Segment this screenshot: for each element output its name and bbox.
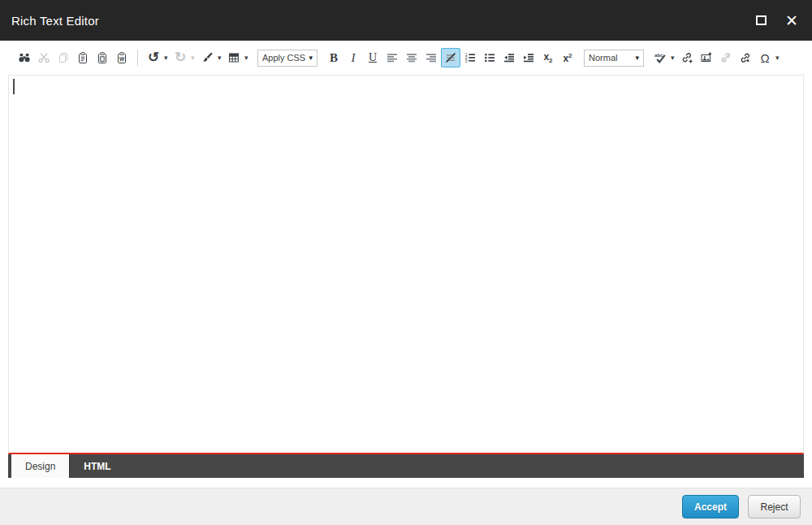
redo-dropdown-caret: ▾ — [191, 54, 197, 62]
find-and-replace-group — [15, 48, 34, 67]
align-right-group — [421, 48, 441, 67]
redo-button: ↻ — [171, 48, 190, 67]
tab-strip: Design HTML — [8, 454, 804, 478]
dialog-titlebar: Rich Text Editor ✕ — [0, 0, 812, 41]
format-painter-dropdown-caret[interactable]: ▾ — [218, 54, 224, 62]
paste-icon — [76, 51, 89, 64]
paragraph-style-value: Normal — [589, 53, 635, 63]
align-center-button[interactable] — [402, 48, 421, 67]
rich-text-editor-dialog: Rich Text Editor ✕ W↺▾↻▾▾▾Apply CSS ...▾… — [0, 0, 812, 525]
spell-check-button[interactable]: abc — [650, 48, 670, 67]
paste-from-word-button[interactable]: W — [112, 48, 132, 67]
paste-button[interactable] — [73, 48, 93, 67]
tab-html-label: HTML — [84, 461, 110, 472]
paste-group — [73, 48, 93, 67]
redo-group: ↻▾ — [171, 48, 197, 67]
outdent-group — [499, 48, 519, 67]
undo-button[interactable]: ↺ — [144, 48, 163, 67]
remove-alignment-button[interactable] — [441, 48, 460, 67]
format-painter-button[interactable] — [197, 48, 217, 67]
numbered-list-button[interactable]: 123 — [460, 48, 480, 67]
svg-text:3: 3 — [465, 59, 468, 63]
insert-table-button[interactable] — [224, 48, 244, 67]
subscript-button[interactable]: x2 — [538, 48, 558, 67]
insert-link-button[interactable] — [677, 48, 697, 67]
binoculars-icon — [18, 51, 31, 64]
paste-plain-text-button[interactable] — [93, 48, 112, 67]
spellcheck-icon: abc — [654, 51, 667, 64]
toolbar-separator — [137, 50, 138, 66]
italic-button[interactable]: I — [343, 48, 363, 67]
copy-icon — [57, 51, 70, 64]
remove-alignment-icon — [444, 51, 457, 64]
undo-group: ↺▾ — [144, 48, 171, 67]
text-caret — [13, 79, 15, 94]
paste-plain-text-group — [93, 48, 112, 67]
tab-design[interactable]: Design — [11, 454, 70, 478]
insert-symbol-dropdown-caret[interactable]: ▾ — [775, 54, 782, 62]
insert-link-group — [677, 48, 697, 67]
indent-group — [519, 48, 538, 67]
insert-image-group — [697, 48, 716, 67]
underline-button[interactable]: U — [363, 48, 382, 67]
accept-button[interactable]: Accept — [682, 495, 739, 518]
align-left-group — [382, 48, 402, 67]
insert-table-group: ▾ — [224, 48, 251, 67]
chevron-down-icon: ▾ — [309, 54, 313, 62]
dialog-footer: Accept Reject — [0, 488, 812, 525]
insert-image-button[interactable] — [697, 48, 716, 67]
paste-from-word-group: W — [112, 48, 132, 67]
apply-css-select[interactable]: Apply CSS ...▾ — [257, 50, 317, 67]
find-and-replace-button[interactable] — [15, 48, 34, 67]
document-manager-button[interactable] — [736, 48, 755, 67]
align-right-icon — [425, 51, 438, 64]
close-button[interactable]: ✕ — [783, 11, 801, 29]
unlink-button — [716, 48, 736, 67]
superscript-button[interactable]: x2 — [558, 48, 577, 67]
paragraph-style-select[interactable]: Normal▾ — [584, 50, 644, 67]
cut-group — [34, 48, 54, 67]
remove-alignment-group — [441, 48, 460, 67]
scissors-icon — [37, 51, 50, 64]
close-icon: ✕ — [785, 13, 798, 28]
indent-button[interactable] — [519, 48, 538, 67]
outdent-button[interactable] — [499, 48, 519, 67]
insert-symbol-button[interactable]: Ω — [755, 48, 775, 67]
bullet-list-group — [480, 48, 499, 67]
subscript-icon: x2 — [543, 51, 552, 64]
italic-icon: I — [352, 51, 356, 65]
align-left-button[interactable] — [382, 48, 402, 67]
align-right-button[interactable] — [421, 48, 441, 67]
link-plus-icon — [680, 51, 693, 64]
spell-check-dropdown-caret[interactable]: ▾ — [671, 54, 677, 62]
copy-button — [54, 48, 73, 67]
outdent-icon — [503, 51, 516, 64]
cut-button — [34, 48, 54, 67]
align-center-icon — [405, 51, 418, 64]
insert-table-dropdown-caret[interactable]: ▾ — [244, 54, 251, 62]
subscript-group: x2 — [538, 48, 558, 67]
insert-symbol-icon: Ω — [760, 51, 769, 65]
superscript-group: x2 — [558, 48, 577, 67]
maximize-button[interactable] — [752, 11, 770, 29]
dialog-title: Rich Text Editor — [11, 14, 99, 28]
brush-icon — [201, 51, 214, 64]
unlink-group — [716, 48, 736, 67]
tab-design-label: Design — [25, 461, 55, 472]
svg-text:abc: abc — [654, 52, 663, 58]
insert-symbol-group: Ω▾ — [755, 48, 782, 67]
svg-text:W: W — [119, 56, 125, 62]
editor-content[interactable] — [8, 75, 804, 454]
bullet-list-button[interactable] — [480, 48, 499, 67]
undo-icon: ↺ — [148, 51, 159, 64]
format-painter-group: ▾ — [197, 48, 224, 67]
copy-group — [54, 48, 73, 67]
bold-button[interactable]: B — [324, 48, 343, 67]
bullet-list-icon — [483, 51, 496, 64]
tab-html[interactable]: HTML — [70, 454, 124, 478]
maximize-icon — [756, 15, 767, 25]
numbered-list-group: 123 — [460, 48, 480, 67]
reject-button[interactable]: Reject — [748, 495, 801, 518]
document-manager-group — [736, 48, 755, 67]
undo-dropdown-caret[interactable]: ▾ — [164, 54, 171, 62]
